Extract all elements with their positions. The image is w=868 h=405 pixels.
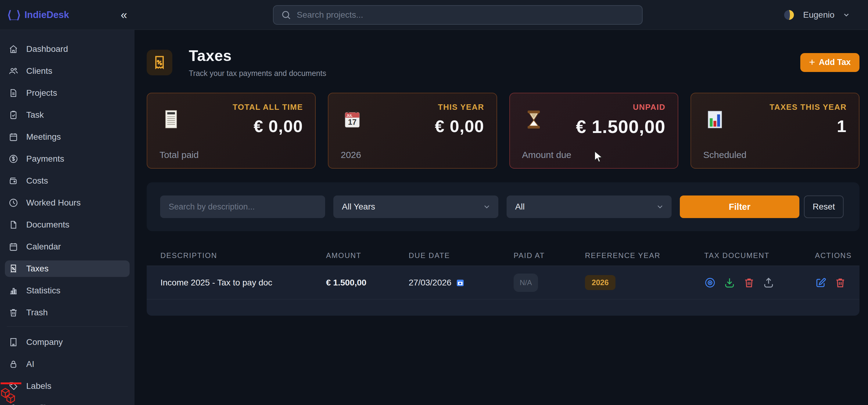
- sidebar-item-label: Documents: [26, 220, 69, 230]
- description-search-input[interactable]: [160, 195, 325, 218]
- sidebar-item-company[interactable]: Company: [5, 334, 130, 350]
- stat-sublabel: Scheduled: [703, 150, 847, 160]
- col-reference-year: REFERENCE YEAR: [585, 251, 704, 260]
- sidebar-item-label: Task: [26, 110, 44, 120]
- sidebar-item-label: Statistics: [26, 286, 60, 295]
- stat-label: THIS YEAR: [435, 102, 484, 112]
- receipt-percent-icon: [8, 264, 18, 274]
- view-document-button[interactable]: [704, 277, 716, 288]
- search-input[interactable]: [297, 10, 635, 20]
- download-document-button[interactable]: [724, 277, 735, 288]
- sidebar-item-label: Meetings: [26, 132, 61, 142]
- calendar-blue-icon[interactable]: [456, 278, 465, 287]
- sidebar-item-trash[interactable]: Trash: [5, 304, 130, 321]
- table-row: Income 2025 - Tax to pay doc € 1.500,00 …: [147, 266, 860, 299]
- sidebar-item-label: Payments: [26, 154, 64, 164]
- trash-icon: [743, 277, 755, 288]
- calendar-emoji: JUL 17: [341, 108, 364, 131]
- svg-text:17: 17: [348, 118, 356, 126]
- delete-document-button[interactable]: [743, 277, 755, 288]
- sidebar-item-payments[interactable]: Payments: [5, 151, 130, 167]
- sidebar-item-costs[interactable]: Costs: [5, 173, 130, 189]
- dollar-circle-icon: [8, 154, 18, 164]
- sidebar-item-label: Projects: [26, 88, 57, 98]
- upload-document-button[interactable]: [763, 277, 774, 288]
- sidebar-item-statistics[interactable]: Statistics: [5, 282, 130, 299]
- page-title: Taxes: [189, 47, 326, 65]
- row-due-date: 27/03/2026: [409, 278, 514, 288]
- eye-icon: [704, 277, 716, 288]
- sidebar-item-label: Costs: [26, 176, 48, 186]
- sidebar-item-label: Labels: [26, 381, 52, 391]
- debug-toolbar-toggle[interactable]: [0, 386, 20, 405]
- table-header: DESCRIPTION AMOUNT DUE DATE PAID AT REFE…: [147, 245, 860, 266]
- sidebar-item-dashboard[interactable]: Dashboard: [5, 41, 130, 57]
- wallet-icon: [8, 176, 18, 186]
- stat-value: € 0,00: [233, 116, 303, 136]
- trash-icon: [8, 308, 18, 317]
- table-footer: [147, 299, 860, 316]
- sidebar-item-label: Clients: [26, 66, 53, 76]
- sidebar-item-taxes[interactable]: Taxes: [5, 260, 130, 277]
- download-icon: [724, 277, 735, 288]
- sidebar-item-labels[interactable]: Labels: [5, 378, 130, 394]
- add-tax-button[interactable]: + Add Tax: [800, 53, 860, 72]
- plus-icon: +: [809, 57, 815, 67]
- home-icon: [8, 44, 18, 54]
- sidebar: Dashboard Clients Projects Task Meetings…: [0, 30, 134, 405]
- user-menu[interactable]: Eugenio: [783, 0, 850, 30]
- row-tax-document: [704, 277, 815, 288]
- sidebar-collapse-button[interactable]: «: [121, 9, 127, 21]
- user-name[interactable]: Eugenio: [803, 10, 834, 20]
- chevron-down-icon: [656, 202, 664, 211]
- col-paid-at: PAID AT: [514, 251, 585, 260]
- edit-tax-button[interactable]: [815, 277, 827, 288]
- sidebar-item-worked-hours[interactable]: Worked Hours: [5, 194, 130, 211]
- stat-card-taxes-this-year: TAXES THIS YEAR 1 Scheduled: [690, 93, 860, 169]
- delete-tax-button[interactable]: [834, 277, 846, 288]
- stat-cards: TOTAL ALL TIME € 0,00 Total paid JUL 17: [147, 93, 860, 169]
- status-select[interactable]: All: [506, 195, 672, 218]
- debug-progress-bar: [1, 382, 21, 384]
- col-amount: AMOUNT: [326, 251, 409, 260]
- sidebar-item-profile[interactable]: Profile: [5, 400, 130, 405]
- filter-button[interactable]: Filter: [680, 195, 799, 218]
- status-select-value: All: [515, 202, 525, 212]
- sidebar-item-label: Company: [26, 337, 63, 347]
- brand: ⟨_⟩ IndieDesk «: [0, 0, 134, 30]
- theme-moon-icon[interactable]: [783, 9, 795, 21]
- row-amount: € 1.500,00: [326, 278, 409, 288]
- year-select[interactable]: All Years: [333, 195, 498, 218]
- col-due-date: DUE DATE: [409, 251, 514, 260]
- row-reference-year: 2026: [585, 275, 704, 290]
- laravel-icon: [0, 386, 18, 404]
- due-date-text: 27/03/2026: [409, 278, 452, 288]
- calendar-icon: [8, 242, 18, 252]
- stat-sublabel: Total paid: [159, 150, 303, 160]
- sidebar-item-task[interactable]: Task: [5, 107, 130, 123]
- global-search[interactable]: [273, 5, 643, 25]
- reset-button[interactable]: Reset: [804, 195, 844, 218]
- sidebar-item-documents[interactable]: Documents: [5, 217, 130, 233]
- topbar: ⟨_⟩ IndieDesk « Eugenio: [0, 0, 868, 30]
- stat-sublabel: 2026: [341, 150, 484, 160]
- trash-icon: [834, 277, 846, 288]
- sidebar-item-projects[interactable]: Projects: [5, 85, 130, 101]
- users-icon: [8, 66, 18, 76]
- sidebar-item-label: Trash: [26, 308, 48, 317]
- sidebar-item-clients[interactable]: Clients: [5, 63, 130, 79]
- chevron-down-icon: [842, 11, 850, 19]
- clock-icon: [8, 198, 18, 208]
- edit-icon: [815, 277, 827, 288]
- page-subtitle: Track your tax payments and documents: [189, 69, 326, 78]
- receipt-emoji: [159, 108, 183, 131]
- app-root: ⟨_⟩ IndieDesk « Eugenio Dashboard Client…: [0, 0, 868, 405]
- sidebar-item-meetings[interactable]: Meetings: [5, 129, 130, 145]
- sidebar-item-ai[interactable]: AI: [5, 356, 130, 372]
- main-content: Taxes Track your tax payments and docume…: [134, 30, 868, 405]
- sidebar-item-label: Worked Hours: [26, 198, 81, 208]
- sidebar-item-calendar[interactable]: Calendar: [5, 239, 130, 255]
- upload-icon: [763, 277, 774, 288]
- sidebar-divider: [7, 326, 128, 326]
- row-actions: [815, 277, 860, 288]
